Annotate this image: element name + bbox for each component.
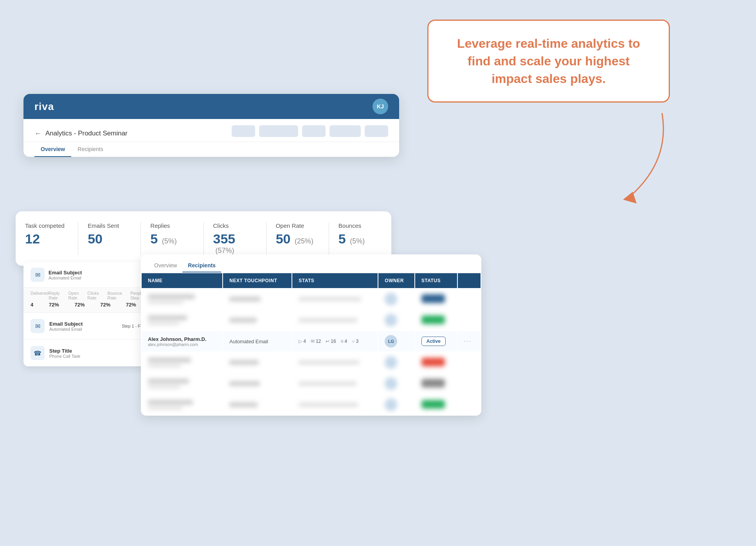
mini-stats: ▷ 4 ✉ 12 ↩ 16 ≡ 4: [299, 339, 371, 344]
table-row-alex-johnson: Alex Johnson, Pharm.D. alex.johnson@phar…: [142, 331, 481, 351]
tasks-icon: ≡: [341, 339, 344, 344]
table-row-blurred-4: [142, 373, 481, 394]
recipients-tabs: Overview Recipients: [141, 254, 481, 272]
tab-overview[interactable]: Overview: [34, 142, 71, 157]
stat-emails: ✉ 12: [311, 339, 321, 344]
table-row-blurred-2: [142, 310, 481, 330]
callout-box: Leverage real-time analytics to find and…: [427, 20, 670, 103]
stat-clicks: Clicks 355 (57%): [204, 222, 266, 255]
stat-tasks: ≡ 4: [341, 339, 347, 344]
status-badge-active[interactable]: Active: [421, 337, 446, 346]
email-icon-2: ✉: [31, 319, 45, 333]
user-avatar[interactable]: KJ: [373, 99, 388, 114]
action-btn-2[interactable]: [259, 125, 298, 137]
col-status: STATUS: [415, 273, 457, 288]
stat-task-competed: Task competed 12: [16, 222, 78, 255]
stat-views: ▷ 4: [299, 339, 306, 344]
navbar: riva KJ: [23, 94, 399, 119]
action-btn-5[interactable]: [365, 125, 388, 137]
tabs-bar: Overview Recipients: [23, 142, 399, 157]
email-stat-icon: ✉: [311, 339, 315, 344]
stat-completed: ○ 3: [352, 339, 358, 344]
views-icon: ▷: [299, 339, 302, 344]
breadcrumb-actions: [232, 125, 388, 142]
email-icon-1: ✉: [31, 268, 45, 282]
recipients-card: Overview Recipients NAME NEXT TOUCHPOINT…: [141, 254, 481, 416]
svg-marker-0: [623, 192, 637, 204]
col-owner: OWNER: [378, 273, 414, 288]
page-title: Analytics - Product Seminar: [45, 130, 128, 137]
table-row-blurred-5: [142, 395, 481, 415]
row-actions-menu[interactable]: ···: [464, 338, 472, 344]
arrow-decoration: [599, 110, 678, 211]
stat-open-rate: Open Rate 50 (25%): [266, 222, 329, 255]
rec-tab-recipients[interactable]: Recipients: [182, 259, 221, 272]
replies-icon: ↩: [326, 339, 329, 344]
callout-text: Leverage real-time analytics to find and…: [457, 36, 640, 86]
step-1-info: Email Subject Automated Email: [49, 270, 140, 280]
stat-emails-sent: Emails Sent 50: [78, 222, 141, 255]
table-row-blurred-1: [142, 289, 481, 309]
action-btn-4[interactable]: [329, 125, 361, 137]
col-name: NAME: [142, 273, 222, 288]
stat-replies: ↩ 16: [326, 339, 336, 344]
completed-icon: ○: [352, 339, 355, 344]
breadcrumb-area: ← Analytics - Product Seminar: [23, 119, 399, 142]
touchpoint-type: Automated Email: [229, 339, 268, 344]
owner-avatar: LG: [385, 335, 397, 348]
col-stats: STATS: [292, 273, 378, 288]
tab-recipients[interactable]: Recipients: [71, 142, 109, 157]
person-name: Alex Johnson, Pharm.D.: [148, 336, 216, 342]
action-btn-3[interactable]: [302, 125, 326, 137]
person-email: alex.johnson@pharm.com: [148, 342, 216, 347]
col-actions: [458, 273, 481, 288]
main-app-card: riva KJ ← Analytics - Product Seminar Ov…: [23, 94, 399, 157]
stat-bounces: Bounces 5 (5%): [329, 222, 391, 255]
table-row-blurred-3: [142, 352, 481, 373]
stat-replies: Replies 5 (5%): [141, 222, 203, 255]
col-touchpoint: NEXT TOUCHPOINT: [223, 273, 292, 288]
app-logo: riva: [34, 101, 54, 113]
phone-icon: ☎: [31, 346, 45, 360]
back-button[interactable]: ←: [34, 130, 41, 138]
recipients-table: NAME NEXT TOUCHPOINT STATS OWNER STATUS: [141, 272, 481, 416]
action-btn-1[interactable]: [232, 125, 255, 137]
rec-tab-overview[interactable]: Overview: [149, 259, 182, 272]
